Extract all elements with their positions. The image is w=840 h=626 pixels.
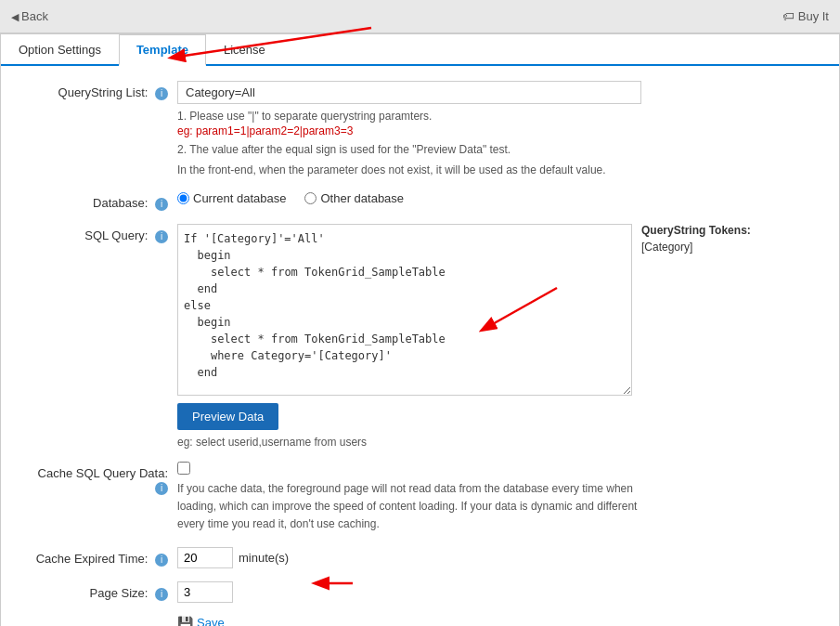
querystring-row: QueryString List: i 1. Please use "|" to… (19, 81, 821, 178)
sql-wrapper: If '[Category]'='All' begin select * fro… (177, 224, 821, 396)
token-category: [Category] (641, 241, 751, 254)
radio-other-db[interactable]: Other database (304, 191, 404, 205)
cache-sql-row: Cache SQL Query Data: i If you cache dat… (19, 462, 821, 534)
sql-textarea[interactable]: If '[Category]'='All' begin select * fro… (177, 224, 632, 396)
cache-expired-input[interactable] (177, 547, 233, 568)
buy-button[interactable]: 🏷 Buy It (782, 9, 829, 23)
querystring-label: QueryString List: i (19, 81, 177, 100)
querystring-info-icon[interactable]: i (155, 87, 168, 100)
cache-sql-info-icon[interactable]: i (155, 482, 168, 495)
main-container: Option Settings Template License QuerySt… (0, 33, 840, 626)
sql-query-info-icon[interactable]: i (155, 230, 168, 243)
cache-expired-info-icon[interactable]: i (155, 554, 168, 567)
save-icon: 💾 (177, 616, 193, 626)
cache-checkbox[interactable] (177, 462, 190, 475)
tab-option-settings[interactable]: Option Settings (1, 34, 119, 64)
cache-sql-field: If you cache data, the foreground page w… (177, 462, 821, 534)
cache-expired-row: Cache Expired Time: i minute(s) (19, 547, 821, 568)
querystring-hint-red: eg: param1=1|param2=2|param3=3 (177, 124, 821, 137)
tab-license[interactable]: License (206, 34, 283, 64)
page-size-row: Page Size: i (19, 581, 821, 603)
sql-query-row: SQL Query: i If '[Category]'='All' begin… (19, 224, 821, 449)
page-size-field (177, 581, 821, 603)
cache-expired-label: Cache Expired Time: i (19, 547, 177, 567)
database-label: Database: i (19, 191, 177, 211)
cache-expired-unit: minute(s) (239, 551, 289, 565)
tabs-bar: Option Settings Template License (1, 34, 839, 66)
cache-hint: If you cache data, the foreground page w… (177, 480, 660, 534)
page-wrapper: Back 🏷 Buy It Option Settings Template L… (0, 0, 840, 626)
preview-data-button[interactable]: Preview Data (177, 403, 278, 430)
database-info-icon[interactable]: i (155, 198, 168, 211)
cache-checkbox-row (177, 462, 821, 475)
cache-expired-field: minute(s) (177, 547, 821, 568)
tokens-box: QueryString Tokens: [Category] (641, 224, 751, 396)
tab-content: QueryString List: i 1. Please use "|" to… (1, 66, 839, 626)
save-button[interactable]: 💾 Save (177, 616, 225, 626)
page-size-info-icon[interactable]: i (155, 588, 168, 601)
page-size-label: Page Size: i (19, 581, 177, 601)
querystring-hint2: 2. The value after the equal sign is use… (177, 141, 821, 158)
querystring-field: 1. Please use "|" to separate querystrin… (177, 81, 821, 178)
page-size-input[interactable] (177, 581, 233, 603)
tag-icon: 🏷 (782, 9, 795, 23)
sql-query-field: If '[Category]'='All' begin select * fro… (177, 224, 821, 449)
database-field: Current database Other database (177, 191, 821, 205)
querystring-hint1: 1. Please use "|" to separate querystrin… (177, 108, 821, 124)
cache-sql-label: Cache SQL Query Data: i (19, 462, 177, 495)
tab-template[interactable]: Template (119, 34, 206, 66)
tokens-label: QueryString Tokens: (641, 224, 751, 237)
save-row: 💾 Save (177, 616, 821, 626)
preview-eg-text: eg: select userid,username from users (177, 436, 821, 449)
radio-current-db[interactable]: Current database (177, 191, 286, 205)
back-button[interactable]: Back (11, 9, 48, 23)
querystring-hint3: In the front-end, when the parameter doe… (177, 162, 821, 178)
querystring-input[interactable] (177, 81, 641, 104)
sql-query-label: SQL Query: i (19, 224, 177, 243)
database-row: Database: i Current database Other datab… (19, 191, 821, 211)
top-bar: Back 🏷 Buy It (0, 0, 840, 33)
